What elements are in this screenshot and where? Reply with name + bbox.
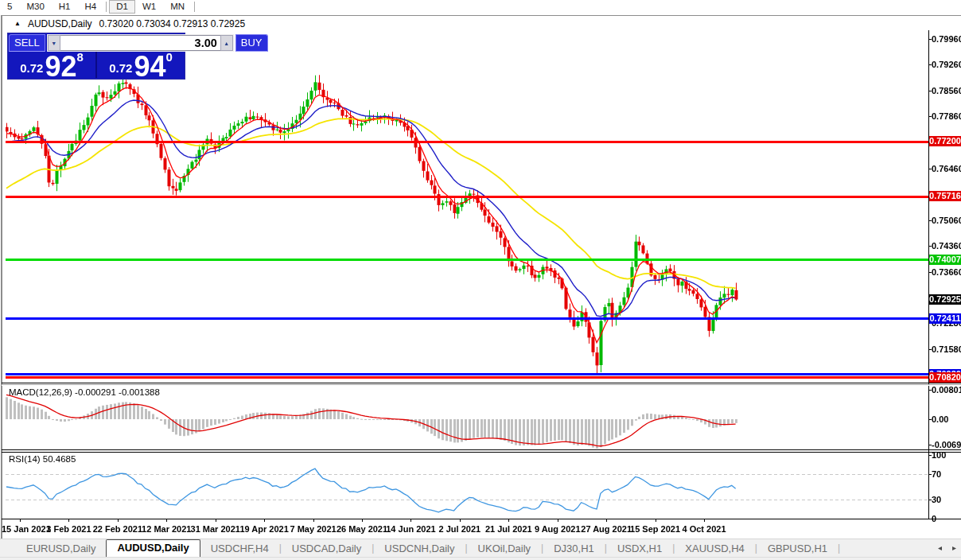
chart-tab-gbpusd-h1[interactable]: GBPUSD,H1 [757,541,838,557]
price-axis-label: 0.78560 [932,86,961,96]
price-axis-badge: 0.70820 [929,372,961,383]
chart-tab-usdx-h1[interactable]: USDX,H1 [607,541,672,557]
chart-title: ▲ AUDUSD,Daily 0.73020 0.73034 0.72913 0… [14,18,245,29]
date-tick [68,519,69,522]
date-tick [606,519,607,522]
panel-divider [2,385,961,386]
date-axis-label: 26 May 2021 [337,524,387,534]
tab-scroll-arrows: ◂ ▸ [938,543,956,552]
sell-button[interactable]: SELL [9,34,45,52]
rsi-label: RSI(14) 50.4685 [9,454,76,464]
sell-price-sup: 8 [76,50,83,64]
trade-panel-top-row: SELL ▼ ▲ BUY [8,33,185,52]
date-tick [558,519,558,522]
main-chart-canvas[interactable] [6,30,928,383]
timeframe-button-h1[interactable]: H1 [52,1,78,13]
timeframe-button-5[interactable]: 5 [0,1,19,13]
price-axis-line [928,30,929,519]
price-axis-label: 0.76460 [932,164,961,174]
chart-tab-usdcad-daily[interactable]: USDCAD,Daily [282,541,372,557]
date-tick [264,519,265,522]
rsi-canvas[interactable] [6,453,928,519]
price-axis-label: 0.73660 [932,267,961,278]
price-axis-label: 0.77860 [932,111,961,122]
date-tick [704,519,705,522]
status-strip [0,557,961,560]
price-axis-badge: 0.72925 [929,294,961,305]
timeframe-button-h4[interactable]: H4 [77,1,103,13]
date-axis-label: 9 Aug 2021 [535,524,581,534]
timeframe-button-m30[interactable]: M30 [19,1,51,13]
date-axis-label: 27 Aug 2021 [581,524,632,534]
rsi-axis-label: 70 [932,469,961,480]
panel-divider [2,449,961,450]
date-tick [410,519,411,522]
rsi-axis-label: 30 [932,495,961,505]
chart-tab-usdcnh-daily[interactable]: USDCNH,Daily [374,541,465,557]
tab-scroll-left-icon[interactable]: ◂ [938,543,942,552]
sell-price-big: 92 [45,56,76,77]
chart-tab-eurusd-daily[interactable]: EURUSD,Daily [16,541,106,557]
date-axis-label: 15 Jan 2021 [2,524,51,534]
date-axis-label: 14 Jun 2021 [386,524,435,534]
buy-price-display[interactable]: 0.72940 [97,52,185,78]
date-axis-label: 15 Sep 2021 [630,524,680,534]
volume-stepper: ▼ ▲ [47,34,234,52]
date-axis-label: 3 Feb 2021 [46,524,91,534]
buy-button[interactable]: BUY [235,34,268,52]
rsi-axis-label: 100 [932,450,961,461]
one-click-trading-panel: SELL ▼ ▲ BUY 0.72928 0.72940 [7,33,185,80]
panel-divider [2,452,961,453]
price-axis-badge: 0.75716 [929,191,961,201]
panel-divider [2,519,961,519]
date-axis-label: 31 Mar 2021 [191,524,240,534]
price-axis-label: 0.75060 [932,216,961,226]
toolbar-separator [194,2,195,12]
price-axis-badge: 0.74007 [929,255,961,265]
date-tick [362,519,363,522]
chart-tab-dj30-h1[interactable]: DJ30,H1 [543,541,605,557]
sell-price-display[interactable]: 0.72928 [8,52,95,78]
tab-separator: | [838,542,840,557]
timeframe-button-mn[interactable]: MN [163,1,192,13]
symbol-marker-icon: ▲ [14,20,21,27]
rsi-axis-label: 0 [932,514,961,524]
volume-input[interactable] [60,35,220,51]
sell-price-prefix: 0.72 [20,61,43,75]
price-axis-badge: 0.77200 [929,136,961,146]
timeframe-button-d1[interactable]: D1 [109,0,135,14]
date-tick [216,519,216,522]
triangle-down-icon: ▼ [51,41,56,46]
trade-panel-price-row: 0.72928 0.72940 [8,52,185,78]
date-axis-label: 22 Feb 2021 [93,524,142,534]
price-axis-label: 0.74360 [932,241,961,251]
toolbar-separator [106,2,107,12]
triangle-up-icon: ▲ [224,41,229,46]
chart-title-symbol: AUDUSD,Daily [28,18,92,29]
volume-decrease-button[interactable]: ▼ [48,35,60,51]
macd-axis-label: -0.00697 [932,440,961,450]
chart-tab-xauusd-h4[interactable]: XAUUSD,H4 [675,541,754,557]
date-tick [313,519,314,522]
date-tick [460,519,461,522]
chart-title-ohlc: 0.73020 0.73034 0.72913 0.72925 [99,18,246,29]
date-axis-label: 21 Jul 2021 [485,524,532,534]
chart-tab-ukoil-daily[interactable]: UKOil,Daily [468,541,541,557]
macd-label: MACD(12,26,9) -0.000291 -0.001388 [9,387,160,397]
macd-axis-label: 0.008014 [932,385,961,395]
timeframe-toolbar: 5M30H1H4D1W1MN [0,0,961,14]
panel-divider [2,383,961,383]
buy-price-big: 94 [134,56,165,77]
date-axis-label: 7 May 2021 [290,524,337,534]
tab-scroll-right-icon[interactable]: ▸ [952,543,956,552]
timeframe-button-w1[interactable]: W1 [135,1,163,13]
date-axis-label: 2 Jul 2021 [439,524,481,534]
price-axis-label: 0.79960 [932,34,961,45]
volume-increase-button[interactable]: ▲ [220,35,233,51]
chart-tab-usdchf-h4[interactable]: USDCHF,H4 [200,541,279,557]
application-window: 5M30H1H4D1W1MN ▲ AUDUSD,Daily 0.73020 0.… [0,0,961,560]
buy-price-sup: 0 [165,50,172,64]
chart-tab-audusd-daily[interactable]: AUDUSD,Daily [106,539,200,557]
date-tick [656,519,656,522]
price-axis-label: 0.79260 [932,60,961,70]
